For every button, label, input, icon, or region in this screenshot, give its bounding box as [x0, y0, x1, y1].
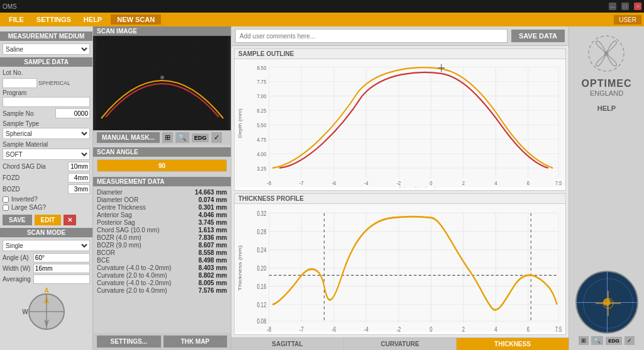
measurement-data-section: MEASUREMENT DATA Diameter14.663 mmDiamet… [93, 174, 231, 333]
program-input[interactable] [3, 97, 90, 107]
svg-text:7.5: 7.5 [555, 326, 562, 332]
svg-text:0.28: 0.28 [257, 228, 266, 235]
measurement-row: BOZR (4.0 mm)7.836 mm [97, 234, 227, 241]
sample-outline-chart: SAMPLE OUTLINE [234, 48, 566, 191]
settings-button[interactable]: SETTINGS... [97, 336, 161, 347]
measurement-row: Posterior Sag3.745 mm [97, 219, 227, 226]
sample-type-select[interactable]: Spherical [3, 128, 90, 139]
large-sag-checkbox[interactable] [3, 205, 9, 211]
svg-text:-8: -8 [267, 179, 271, 186]
svg-text:-7: -7 [299, 326, 304, 332]
zoom-icon-button[interactable]: 🔍 [175, 132, 189, 143]
sample-outline-svg: 8.50 7.75 7.00 6.25 5.50 4.75 4.00 3.25 … [235, 59, 565, 188]
scan-angle-header: SCAN ANGLE [93, 147, 231, 157]
close-button[interactable]: ✕ [634, 3, 641, 10]
svg-rect-11 [150, 46, 150, 47]
tab-sagittal[interactable]: SAGITTAL [231, 338, 344, 350]
reset-icon-button[interactable]: ⊞ [162, 132, 173, 143]
thk-map-button[interactable]: THK MAP [164, 336, 228, 347]
camera-check-button[interactable]: ✓ [625, 336, 635, 345]
meas-label: Curvature (2.0 to 4.0mm) [97, 287, 167, 294]
sample-no-input[interactable] [55, 108, 90, 118]
camera-reset-button[interactable]: ⊞ [579, 336, 589, 345]
averaging-input[interactable] [33, 274, 90, 284]
chord-sag-input[interactable] [68, 162, 90, 171]
svg-text:6: 6 [527, 326, 530, 332]
svg-text:-7: -7 [299, 179, 304, 186]
svg-rect-41 [200, 69, 201, 70]
scan-mode-select[interactable]: Single [3, 240, 90, 251]
meas-value: 3.745 mm [198, 219, 227, 226]
sample-material-label: Sample Material [3, 141, 90, 148]
measurement-row: Curvature (2.0 to 4.0mm)8.802 mm [97, 272, 227, 279]
chart-tabs: SAGITTAL CURVATURE THICKNESS [231, 337, 569, 350]
measurement-row: Diameter OOR0.074 mm [97, 196, 227, 203]
tab-thickness[interactable]: THICKNESS [457, 338, 569, 350]
svg-text:7.00: 7.00 [257, 93, 266, 100]
scan-mode-grid: Angle (A) Width (W) Averaging [3, 253, 90, 284]
check-icon-button[interactable]: ✓ [211, 132, 222, 143]
measurement-row: BCOR8.558 mm [97, 249, 227, 256]
svg-text:-6: -6 [331, 326, 336, 332]
edg-icon-button[interactable]: EDG [192, 133, 209, 142]
svg-rect-35 [143, 74, 144, 75]
meas-label: Diameter OOR [97, 196, 138, 203]
scan-image-svg [96, 37, 228, 130]
svg-rect-31 [222, 55, 223, 56]
angle-input[interactable] [33, 253, 90, 262]
svg-rect-7 [112, 48, 113, 48]
meas-value: 8.403 mm [198, 264, 227, 271]
camera-reticle [577, 272, 638, 334]
help-label: HELP [597, 104, 616, 112]
meas-label: BCOR [97, 249, 115, 256]
meas-value: 4.046 mm [198, 212, 227, 218]
maximize-button[interactable]: □ [621, 3, 629, 10]
fozd-input[interactable] [68, 173, 90, 183]
minimize-button[interactable]: — [609, 3, 616, 10]
svg-text:A: A [44, 287, 48, 294]
svg-rect-25 [165, 55, 166, 56]
scan-angle-section: SCAN ANGLE 90 [93, 145, 231, 174]
svg-text:8.50: 8.50 [257, 64, 266, 71]
angle-bar-container: 90 [97, 159, 227, 172]
menu-help[interactable]: HELP [77, 14, 108, 25]
menu-file[interactable]: FILE [3, 14, 30, 25]
width-input[interactable] [33, 264, 90, 273]
svg-text:0.08: 0.08 [257, 318, 266, 325]
save-data-button[interactable]: SAVE DATA [511, 30, 565, 42]
chord-sag-row: Chord SAG Dia [3, 162, 90, 171]
svg-rect-17 [206, 46, 207, 47]
svg-text:2: 2 [462, 179, 465, 186]
comment-input[interactable] [235, 29, 508, 43]
camera-zoom-button[interactable]: 🔍 [591, 336, 603, 345]
svg-text:0.12: 0.12 [257, 302, 266, 308]
meas-label: Anterior Sag [97, 212, 132, 218]
save-button[interactable]: SAVE [3, 215, 32, 225]
svg-text:7.75: 7.75 [257, 79, 266, 86]
camera-edg-button[interactable]: EDG [606, 337, 621, 345]
svg-point-124 [604, 52, 609, 56]
measurement-medium-select[interactable]: Saline [3, 43, 90, 55]
measurement-row: Diameter14.663 mm [97, 189, 227, 196]
lot-no-suffix: SPHERICAL [38, 78, 70, 88]
sample-material-select[interactable]: SOFT [3, 149, 90, 160]
sample-no-row: Sample No [3, 108, 90, 118]
bozd-label: BOZD [3, 186, 20, 193]
measurement-row: Curvature (-4.0 to -2.0mm)8.005 mm [97, 279, 227, 286]
scan-image-controls: MANUAL MASK... ⊞ 🔍 EDG ✓ [93, 130, 231, 145]
edit-button[interactable]: EDIT [35, 215, 62, 225]
meas-value: 8.558 mm [198, 249, 227, 256]
tab-curvature[interactable]: CURVATURE [344, 338, 457, 350]
svg-text:4.00: 4.00 [257, 150, 266, 157]
menu-settings[interactable]: SETTINGS [30, 14, 77, 25]
svg-text:7.5: 7.5 [555, 179, 562, 186]
sample-outline-title: SAMPLE OUTLINE [235, 49, 565, 59]
inverted-checkbox[interactable] [3, 196, 9, 203]
bozd-input[interactable] [68, 184, 90, 194]
manual-mask-button[interactable]: MANUAL MASK... [97, 132, 160, 143]
cancel-button[interactable]: ✕ [64, 215, 76, 225]
meas-value: 0.301 mm [198, 204, 227, 211]
menu-new-scan[interactable]: NEW SCAN [111, 14, 161, 25]
measurement-data-header: MEASUREMENT DATA [93, 177, 231, 186]
lot-no-input[interactable] [3, 78, 37, 88]
